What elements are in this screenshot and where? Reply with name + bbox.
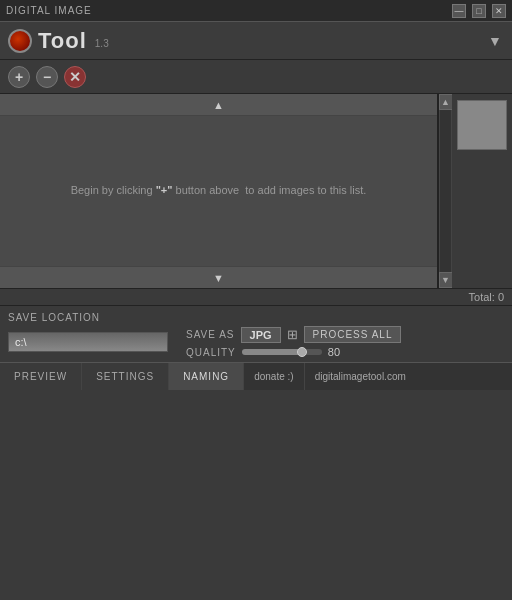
image-list-panel: ▲ Begin by clicking "+" button above to … xyxy=(0,94,438,288)
close-button[interactable]: ✕ xyxy=(492,4,506,18)
save-options: SAVE AS JPG ⊞ PROCESS ALL QUALITY 80 xyxy=(186,326,401,358)
tab-naming[interactable]: NAMING xyxy=(169,363,244,390)
logo-icon xyxy=(8,29,32,53)
list-scroll-down-button[interactable]: ▼ xyxy=(0,266,437,288)
quality-label: QUALITY xyxy=(186,347,236,358)
maximize-button[interactable]: □ xyxy=(472,4,486,18)
quality-value: 80 xyxy=(328,346,340,358)
quality-slider[interactable] xyxy=(242,349,322,355)
scroll-up-arrow[interactable]: ▲ xyxy=(439,94,453,110)
title-bar-controls: — □ ✕ xyxy=(452,4,506,18)
save-location-label: SAVE LOCATION xyxy=(8,312,504,323)
quality-thumb[interactable] xyxy=(297,347,307,357)
process-all-button[interactable]: PROCESS ALL xyxy=(304,326,402,343)
close-list-button[interactable]: ✕ xyxy=(64,66,86,88)
list-hint-text: Begin by clicking "+" button above to ad… xyxy=(61,172,377,210)
tab-settings[interactable]: SETTINGS xyxy=(82,363,169,390)
total-row: Total: 0 xyxy=(0,288,512,305)
add-button[interactable]: + xyxy=(8,66,30,88)
remove-button[interactable]: − xyxy=(36,66,58,88)
total-count: Total: 0 xyxy=(469,291,504,303)
app-name: Tool xyxy=(38,28,87,54)
save-as-value[interactable]: JPG xyxy=(241,327,281,343)
app-logo: Tool 1.3 xyxy=(8,28,109,54)
thumbnail-preview xyxy=(457,100,507,150)
minimize-button[interactable]: — xyxy=(452,4,466,18)
save-as-label: SAVE AS xyxy=(186,329,235,340)
save-as-row: SAVE AS JPG ⊞ PROCESS ALL xyxy=(186,326,401,343)
tab-bar: PREVIEW SETTINGS NAMING donate :) digita… xyxy=(0,362,512,390)
title-bar-title: DIGITAL IMAGE xyxy=(6,5,92,16)
format-grid-icon[interactable]: ⊞ xyxy=(287,327,298,342)
controls-row: + − ✕ xyxy=(0,60,512,94)
list-scroll-up-button[interactable]: ▲ xyxy=(0,94,437,116)
main-area: ▲ Begin by clicking "+" button above to … xyxy=(0,94,512,288)
image-list-content: Begin by clicking "+" button above to ad… xyxy=(0,116,437,266)
quality-row: QUALITY 80 xyxy=(186,346,401,358)
thumbnail-area xyxy=(452,94,512,288)
menu-dropdown-button[interactable]: ▼ xyxy=(488,33,504,49)
title-bar: DIGITAL IMAGE — □ ✕ xyxy=(0,0,512,22)
scroll-track[interactable] xyxy=(439,110,452,272)
save-path-row: SAVE AS JPG ⊞ PROCESS ALL QUALITY 80 xyxy=(8,326,504,358)
app-version: 1.3 xyxy=(95,38,109,49)
scrollbar: ▲ ▼ xyxy=(438,94,452,288)
plus-hint: "+" xyxy=(156,184,173,196)
tab-preview[interactable]: PREVIEW xyxy=(0,363,82,390)
bottom-area xyxy=(0,390,512,600)
website-link[interactable]: digitalimagetool.com xyxy=(305,363,512,390)
save-location-section: SAVE LOCATION SAVE AS JPG ⊞ PROCESS ALL … xyxy=(0,305,512,362)
app-header: Tool 1.3 ▼ xyxy=(0,22,512,60)
app-title-text: DIGITAL IMAGE xyxy=(6,5,92,16)
scroll-down-arrow[interactable]: ▼ xyxy=(439,272,453,288)
donate-button[interactable]: donate :) xyxy=(244,363,304,390)
save-path-input[interactable] xyxy=(8,332,168,352)
